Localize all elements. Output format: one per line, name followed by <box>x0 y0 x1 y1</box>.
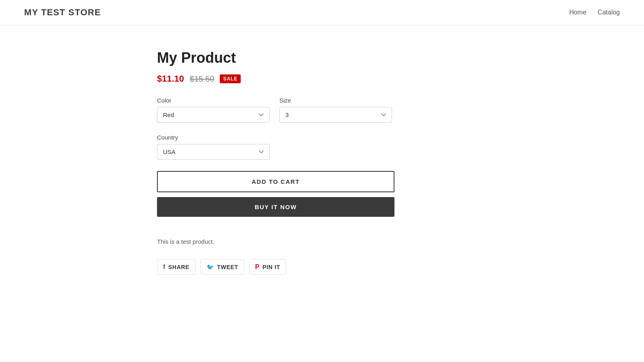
size-select[interactable]: 1 2 3 4 5 <box>279 107 392 123</box>
share-row: f SHARE 🐦 TWEET P PIN IT <box>157 259 487 275</box>
facebook-share-label: SHARE <box>168 264 190 270</box>
size-option-group: Size 1 2 3 4 5 <box>279 97 392 123</box>
pinterest-icon: P <box>255 263 260 271</box>
size-label: Size <box>279 97 392 104</box>
nav-home[interactable]: Home <box>569 9 586 16</box>
pinterest-share-label: PIN IT <box>262 264 280 270</box>
product-description: This is a test product. <box>157 237 487 247</box>
nav-catalog[interactable]: Catalog <box>598 9 620 16</box>
price-sale: $11.10 <box>157 74 184 84</box>
buy-it-now-button[interactable]: BUY IT NOW <box>157 197 394 217</box>
twitter-share-button[interactable]: 🐦 TWEET <box>200 259 244 275</box>
twitter-icon: 🐦 <box>206 263 215 271</box>
country-select[interactable]: USA Canada UK Australia <box>157 144 270 160</box>
color-select[interactable]: Red Blue Green <box>157 107 270 123</box>
main-nav: Home Catalog <box>569 9 620 16</box>
facebook-share-button[interactable]: f SHARE <box>157 259 196 275</box>
twitter-share-label: TWEET <box>217 264 238 270</box>
country-label: Country <box>157 134 487 141</box>
facebook-icon: f <box>163 263 165 271</box>
store-name: MY TEST STORE <box>24 7 101 18</box>
product-title: My Product <box>157 49 487 66</box>
pinterest-share-button[interactable]: P PIN IT <box>249 259 286 275</box>
options-grid: Color Red Blue Green Size 1 2 3 4 5 <box>157 97 487 123</box>
price-row: $11.10 $15.50 SALE <box>157 74 487 84</box>
buttons-section: ADD TO CART BUY IT NOW <box>157 171 394 217</box>
add-to-cart-button[interactable]: ADD TO CART <box>157 171 394 192</box>
country-option-group: Country USA Canada UK Australia <box>157 134 487 160</box>
color-label: Color <box>157 97 270 104</box>
color-option-group: Color Red Blue Green <box>157 97 270 123</box>
sale-badge: SALE <box>220 74 241 83</box>
price-original: $15.50 <box>190 74 214 84</box>
